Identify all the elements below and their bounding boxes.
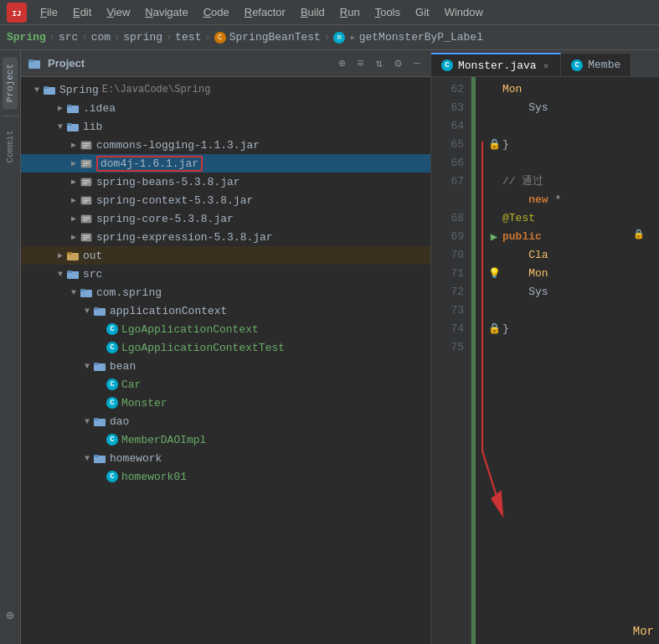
breadcrumb-method[interactable]: getMonsterByP_Label (359, 31, 483, 44)
panel-controls: ⊕ ≡ ⇅ ⚙ − (335, 54, 424, 72)
tree-item-spring-expr[interactable]: ▶ spring-expression-5.3.8.jar (21, 228, 430, 246)
tree-item-out[interactable]: ▶ out (21, 246, 430, 265)
svg-rect-39 (80, 289, 85, 291)
svg-rect-23 (83, 198, 90, 199)
gutter-65-lock: 🔒 (486, 138, 502, 152)
svg-rect-31 (83, 235, 90, 236)
breadcrumb-spring2[interactable]: spring (123, 31, 162, 44)
code-line-64 (486, 117, 649, 136)
menu-build[interactable]: Build (294, 4, 332, 20)
arrow-spring-root[interactable]: ▼ (31, 84, 43, 95)
class-icon-memberdaoimpl: C (106, 434, 118, 446)
svg-rect-35 (67, 252, 72, 255)
app-logo: IJ (7, 3, 27, 23)
tree-item-spring-context[interactable]: ▶ spring-context-5.3.8.jar (21, 191, 430, 209)
arrow-dom4j[interactable]: ▶ (68, 157, 80, 169)
tree-item-com-spring[interactable]: ▼ com.spring (21, 283, 430, 301)
arrow-spring-context[interactable]: ▶ (68, 194, 80, 206)
panel-btn-sort[interactable]: ⇅ (373, 54, 386, 72)
menu-tools[interactable]: Tools (368, 4, 407, 20)
tree-item-idea[interactable]: ▶ .idea (21, 99, 430, 117)
tree-item-homework[interactable]: ▼ homework (21, 449, 430, 467)
tree-item-homework01[interactable]: C homework01 (21, 467, 430, 486)
editor-tabs: C Monster.java ✕ C Membe (431, 50, 659, 77)
tree-item-dao[interactable]: ▼ dao (21, 412, 430, 430)
menu-run[interactable]: Run (333, 4, 367, 20)
svg-rect-16 (83, 163, 90, 164)
plugin-icon[interactable]: ⊕ (2, 607, 18, 624)
side-tab-commit[interactable]: Commit (3, 123, 18, 170)
arrow-spring-core[interactable]: ▶ (68, 213, 80, 224)
arrow-homework[interactable]: ▼ (81, 452, 93, 464)
menu-navigate[interactable]: Navigate (138, 4, 194, 20)
tab-monster-close[interactable]: ✕ (542, 60, 551, 71)
arrow-out[interactable]: ▶ (54, 250, 66, 261)
tab-monster-java[interactable]: C Monster.java ✕ (431, 53, 561, 76)
tree-item-lib[interactable]: ▼ lib (21, 117, 430, 136)
run-icon-69[interactable]: ▶ (487, 230, 501, 244)
arrow-spring-beans[interactable]: ▶ (68, 176, 80, 188)
arrow-monster (95, 397, 106, 409)
svg-rect-29 (83, 220, 87, 221)
breadcrumb-test[interactable]: test (175, 31, 201, 44)
svg-rect-9 (67, 123, 72, 126)
breadcrumb-com[interactable]: com (91, 31, 111, 44)
panel-btn-settings[interactable]: ⚙ (391, 54, 404, 72)
tree-item-spring-root[interactable]: ▼ Spring E:\JavaCode\Spring (21, 80, 430, 99)
menu-refactor[interactable]: Refactor (238, 4, 292, 20)
menu-view[interactable]: View (100, 4, 136, 20)
tree-label-dom4j: dom4j-1.6.1.jar (96, 156, 203, 172)
arrow-commons[interactable]: ▶ (68, 139, 80, 151)
menu-file[interactable]: File (33, 4, 64, 20)
tree-item-spring-beans[interactable]: ▶ spring-beans-5.3.8.jar (21, 173, 430, 191)
menu-code[interactable]: Code (197, 4, 236, 20)
tree-item-dom4j[interactable]: ▶ dom4j-1.6.1.jar (21, 154, 430, 173)
arrow-appcontext[interactable]: ▼ (81, 305, 93, 317)
tree-item-car[interactable]: C Car (21, 375, 430, 394)
panel-btn-gear[interactable]: ⊕ (335, 54, 348, 72)
panel-btn-align[interactable]: ≡ (353, 55, 367, 72)
tree-item-spring-core[interactable]: ▶ spring-core-5.3.8.jar (21, 209, 430, 228)
menu-git[interactable]: Git (409, 4, 436, 20)
bulb-icon-71[interactable]: 💡 (487, 267, 501, 281)
svg-rect-21 (83, 183, 87, 184)
arrow-car (95, 379, 106, 390)
breadcrumb-spring[interactable]: Spring (7, 31, 46, 44)
code-65: } (502, 136, 509, 154)
svg-rect-41 (94, 307, 99, 310)
code-line-72: Sys (486, 283, 649, 301)
tree-item-lgoappctx[interactable]: C LgoApplicationContext (21, 320, 430, 338)
tree-label-monster: Monster (121, 397, 167, 410)
tree-item-src[interactable]: ▼ src (21, 265, 430, 283)
code-partial-mor: Mor (628, 619, 659, 644)
arrow-lib[interactable]: ▼ (54, 121, 66, 132)
tree-item-commons[interactable]: ▶ commons-logging-1.1.3.jar (21, 136, 430, 154)
arrow-bean[interactable]: ▼ (81, 360, 93, 372)
arrow-dao[interactable]: ▼ (81, 415, 93, 427)
gutter-69-run[interactable]: ▶ (486, 230, 502, 244)
arrow-src[interactable]: ▼ (54, 268, 66, 280)
code-67b: new * (502, 191, 561, 209)
panel-btn-minimize[interactable]: − (410, 55, 424, 72)
folder-icon-lib (66, 120, 80, 133)
arrow-idea[interactable]: ▶ (54, 102, 66, 114)
side-tab-project[interactable]: Project (3, 57, 18, 109)
breadcrumb-src[interactable]: src (59, 31, 78, 44)
tree-item-lgoappctxtest[interactable]: C LgoApplicationContextTest (21, 338, 430, 357)
svg-rect-45 (94, 418, 99, 420)
tab-member[interactable]: C Membe (561, 53, 631, 76)
tree-item-monster[interactable]: C Monster (21, 394, 430, 412)
gutter-71: 💡 (486, 267, 502, 281)
arrow-spring-expr[interactable]: ▶ (68, 231, 80, 243)
code-71: Mon (502, 265, 548, 283)
arrow-com-spring[interactable]: ▼ (68, 286, 80, 298)
svg-text:IJ: IJ (13, 10, 22, 18)
menu-window[interactable]: Window (438, 4, 490, 20)
tree-item-memberdaoimpl[interactable]: C MemberDAOImpl (21, 430, 430, 449)
breadcrumb-springbeantest[interactable]: SpringBeanTest (229, 31, 321, 44)
tree-container[interactable]: ▼ Spring E:\JavaCode\Spring ▶ .idea (21, 77, 430, 644)
menu-edit[interactable]: Edit (66, 4, 98, 20)
tree-item-appcontext[interactable]: ▼ applicationContext (21, 301, 430, 320)
tree-label-bean: bean (110, 360, 136, 373)
tree-item-bean[interactable]: ▼ bean (21, 357, 430, 375)
